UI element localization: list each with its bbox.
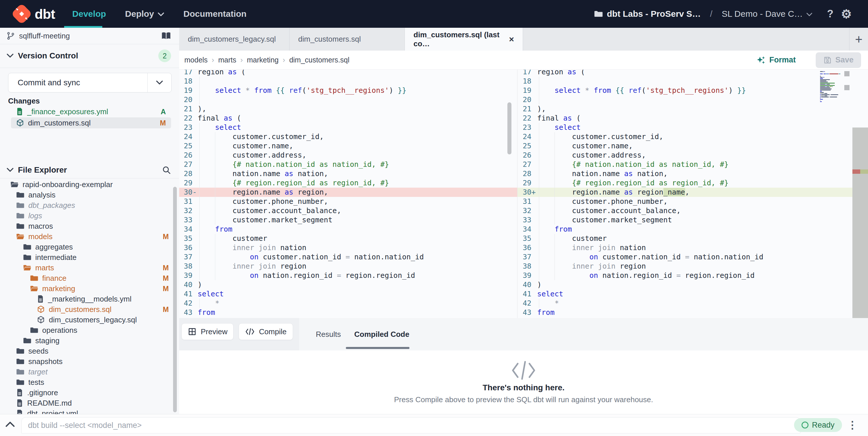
code-line-25[interactable]: 25 customer.name, (179, 141, 517, 151)
tree-item[interactable]: target (0, 367, 179, 377)
code-line-22[interactable]: 22final as ( (179, 114, 517, 123)
code-line-26[interactable]: 26 customer.address, (518, 151, 852, 160)
preview-button[interactable]: Preview (182, 323, 234, 340)
tree-item[interactable]: analysis (0, 190, 179, 200)
change-item[interactable]: _finance_exposures.ymlA (11, 106, 171, 117)
tree-item[interactable]: intermediate (0, 252, 179, 263)
file-tree-scrollbar[interactable] (173, 187, 177, 412)
tree-item[interactable]: financeM (0, 273, 179, 283)
breadcrumb-item[interactable]: marketing (247, 56, 279, 64)
code-line-36[interactable]: 36 inner join nation (518, 243, 852, 253)
tree-item[interactable]: tests (0, 377, 179, 387)
code-line-17[interactable]: 17region as ( (518, 70, 852, 77)
version-control-header[interactable]: Version Control 2 (0, 44, 179, 67)
code-line-39[interactable]: 39 on nation.region_id = region.region_i… (179, 271, 517, 280)
code-line-25[interactable]: 25 customer.name, (518, 141, 852, 151)
tree-item[interactable]: macros (0, 221, 179, 231)
tree-item[interactable]: snapshots (0, 356, 179, 367)
code-line-17[interactable]: 17region as ( (179, 70, 517, 77)
code-line-35[interactable]: 35 customer (518, 234, 852, 243)
code-line-28[interactable]: 28 nation.name as nation, (518, 169, 852, 178)
tab-dim-customers[interactable]: dim_customers.sql (289, 28, 405, 51)
code-line-20[interactable]: 20 (518, 95, 852, 105)
code-line-35[interactable]: 35 customer (179, 234, 517, 243)
code-line-40[interactable]: 40) (179, 280, 517, 289)
code-line-20[interactable]: 20 (179, 95, 517, 105)
save-button[interactable]: Save (816, 52, 861, 68)
minimap-slider[interactable] (844, 85, 849, 90)
commit-options-caret[interactable] (147, 73, 172, 92)
code-line-21[interactable]: 21), (179, 105, 517, 114)
code-line-37[interactable]: 37 on customer.nation_id = nation.nation… (179, 253, 517, 262)
tab-dim-customers-legacy[interactable]: dim_customers_legacy.sql (179, 28, 289, 51)
code-line-43[interactable]: 43from (518, 308, 852, 317)
project-selector[interactable]: SL Demo - Dave C… (722, 9, 813, 19)
code-line-38[interactable]: 38 inner join region (518, 262, 852, 271)
code-line-18[interactable]: 18 (518, 77, 852, 86)
command-input[interactable] (21, 417, 800, 433)
code-line-31[interactable]: 31 customer.phone_number, (518, 197, 852, 206)
code-line-19[interactable]: 19 select * from {{ ref('stg_tpch__regio… (179, 86, 517, 95)
code-line-22[interactable]: 22final as ( (518, 114, 852, 123)
docs-book-icon[interactable] (161, 31, 171, 40)
code-line-42[interactable]: 42 * (179, 299, 517, 308)
kebab-menu-icon[interactable]: ⋮ (847, 419, 858, 431)
code-line-23[interactable]: 23 select (179, 123, 517, 132)
file-explorer-header[interactable]: File Explorer (0, 162, 179, 178)
code-line-18[interactable]: 18 (179, 77, 517, 86)
tree-item[interactable]: dbt_project.yml (0, 408, 179, 414)
code-line-42[interactable]: 42 * (518, 299, 852, 308)
tree-item[interactable]: rapid-onboarding-exemplar (0, 179, 179, 190)
tree-item[interactable]: dim_customers.sqlM (0, 304, 179, 315)
code-line-40[interactable]: 40) (518, 280, 852, 289)
code-line-28[interactable]: 28 nation.name as nation, (179, 169, 517, 178)
compile-button[interactable]: Compile (239, 323, 293, 340)
gear-icon[interactable]: ⚙ (841, 7, 852, 21)
code-line-30[interactable]: 30+ region.name as region_name, (518, 187, 852, 197)
tree-item[interactable]: dim_customers_legacy.sql (0, 315, 179, 325)
minimap-slider[interactable] (844, 71, 849, 76)
tree-item[interactable]: staging (0, 336, 179, 346)
tree-item[interactable]: modelsM (0, 231, 179, 242)
code-line-41[interactable]: 41select (179, 289, 517, 299)
diff-pane-modified[interactable]: 17region as (1819 select * from {{ ref('… (517, 70, 852, 318)
code-line-19[interactable]: 19 select * from {{ ref('stg_tpch__regio… (518, 86, 852, 95)
editor-scrollbar-thumb[interactable] (507, 103, 512, 154)
nav-item-deploy[interactable]: Deploy (125, 9, 164, 19)
change-item[interactable]: dim_customers.sqlM (11, 117, 171, 128)
tab-results[interactable]: Results (316, 318, 341, 350)
code-line-34[interactable]: 34 from (179, 225, 517, 234)
code-line-24[interactable]: 24 customer.customer_id, (518, 132, 852, 141)
code-line-41[interactable]: 41select (518, 289, 852, 299)
code-line-38[interactable]: 38 inner join region (179, 262, 517, 271)
code-line-33[interactable]: 33 customer.market_segment (518, 215, 852, 225)
code-line-27[interactable]: 27 {# nation.nation_id as nation_id, #} (518, 160, 852, 169)
code-line-24[interactable]: 24 customer.customer_id, (179, 132, 517, 141)
git-branch-row[interactable]: sqlfluff-meeting (0, 28, 179, 44)
new-tab-button[interactable]: + (849, 28, 868, 51)
breadcrumb-item[interactable]: marts (218, 56, 236, 64)
overview-ruler[interactable] (852, 70, 868, 318)
code-line-34[interactable]: 34 from (518, 225, 852, 234)
code-line-43[interactable]: 43from (179, 308, 517, 317)
tab-compiled-code[interactable]: Compiled Code (354, 318, 409, 350)
code-line-30[interactable]: 30- region.name as region, (179, 187, 517, 197)
format-button[interactable]: Format (756, 56, 796, 65)
minimap[interactable] (820, 71, 840, 104)
diff-pane-original[interactable]: 17region as (1819 select * from {{ ref('… (179, 70, 517, 318)
code-line-37[interactable]: 37 on customer.nation_id = nation.nation… (518, 253, 852, 262)
code-line-27[interactable]: 27 {# nation.nation_id as nation_id, #} (179, 160, 517, 169)
account-selector[interactable]: dbt Labs - ProServ S… (594, 9, 701, 19)
code-line-31[interactable]: 31 customer.phone_number, (179, 197, 517, 206)
code-line-23[interactable]: 23 select (518, 123, 852, 132)
close-icon[interactable]: × (509, 34, 514, 44)
tree-item[interactable]: _marketing__models.yml (0, 294, 179, 304)
tree-item[interactable]: aggregates (0, 242, 179, 252)
tree-item[interactable]: .gitignore (0, 387, 179, 398)
breadcrumb-item[interactable]: models (184, 56, 208, 64)
tab-dim-customers-diff[interactable]: dim_customers.sql (last co… × (405, 28, 523, 51)
code-line-26[interactable]: 26 customer.address, (179, 151, 517, 160)
code-line-29[interactable]: 29 {# region.region_id as region_id, #} (179, 178, 517, 187)
nav-item-documentation[interactable]: Documentation (184, 9, 246, 19)
dbt-logo[interactable]: dbt (12, 4, 55, 23)
